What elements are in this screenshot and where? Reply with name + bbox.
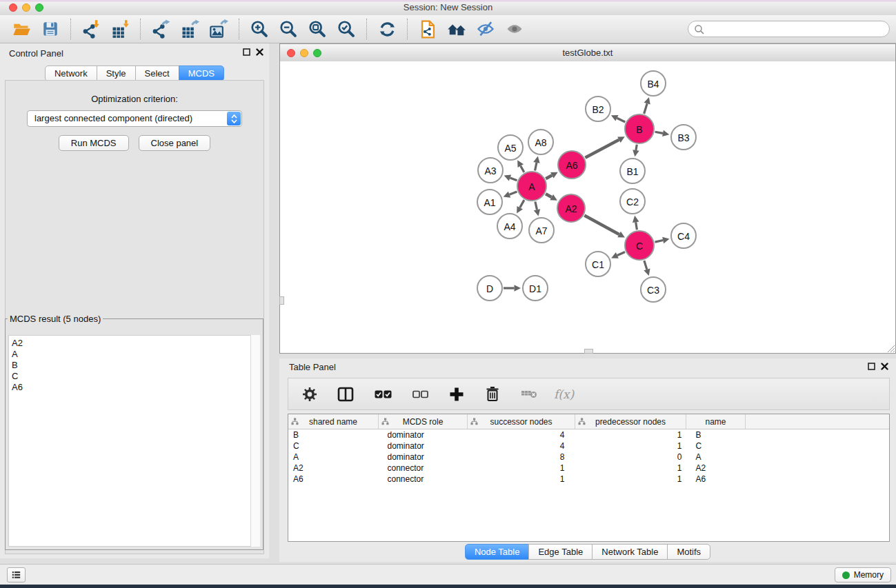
add-column-button[interactable]: [447, 383, 466, 406]
mcds-list-scrollbar[interactable]: [250, 335, 260, 547]
graph-node-B4[interactable]: B4: [641, 71, 666, 96]
deselect-all-button[interactable]: [410, 383, 430, 406]
table-row[interactable]: A6connector11A6: [288, 474, 889, 485]
table-cell[interactable]: 1: [575, 474, 686, 485]
network-canvas[interactable]: B4B2BB3A8A5A6A3B1AC2A1A2A4A7C4CC1C3DD1: [280, 61, 895, 353]
criterion-dropdown[interactable]: largest connected component (directed): [27, 110, 242, 127]
close-panel-icon[interactable]: [256, 48, 263, 56]
delete-column-button[interactable]: [484, 383, 501, 406]
graph-node-A3[interactable]: A3: [478, 158, 503, 183]
delete-table-button[interactable]: [519, 383, 539, 406]
function-builder-button[interactable]: f(x): [554, 387, 574, 401]
save-session-button[interactable]: [39, 17, 62, 41]
new-session-from-network-button[interactable]: [416, 17, 439, 41]
table-cell[interactable]: 1: [468, 463, 575, 474]
tab-mcds[interactable]: MCDS: [179, 65, 224, 81]
table-row[interactable]: Adominator80A: [288, 452, 889, 463]
export-network-button[interactable]: [149, 17, 172, 41]
graph-node-A5[interactable]: A5: [498, 135, 523, 160]
table-cell[interactable]: dominator: [379, 440, 468, 452]
close-panel-button[interactable]: Close panel: [139, 135, 211, 151]
table-cell[interactable]: 1: [575, 463, 686, 474]
graph-node-C3[interactable]: C3: [641, 277, 666, 302]
table-cell[interactable]: C: [288, 440, 379, 452]
show-panels-button[interactable]: [503, 17, 526, 41]
zoom-selected-button[interactable]: [335, 17, 358, 41]
open-session-button[interactable]: [10, 17, 33, 41]
mcds-result-item[interactable]: A2: [9, 338, 259, 349]
column-header-shared-name[interactable]: shared name: [288, 414, 379, 429]
graph-node-B[interactable]: B: [625, 114, 654, 143]
task-history-button[interactable]: [7, 567, 26, 582]
mcds-result-item[interactable]: A6: [9, 382, 259, 393]
graph-node-A8[interactable]: A8: [528, 130, 553, 154]
table-cell[interactable]: 1: [468, 474, 575, 485]
graph-node-A1[interactable]: A1: [477, 190, 502, 214]
float-panel-icon[interactable]: [868, 363, 875, 370]
graph-node-A2[interactable]: A2: [557, 194, 585, 222]
graph-node-A[interactable]: A: [517, 172, 546, 201]
table-cell[interactable]: A2: [288, 463, 379, 474]
table-cell[interactable]: A2: [686, 463, 746, 474]
show-columns-button[interactable]: [336, 383, 355, 406]
graph-node-B3[interactable]: B3: [671, 125, 696, 150]
mcds-result-item[interactable]: C: [9, 371, 259, 382]
tab-network[interactable]: Network: [45, 65, 97, 81]
zoom-out-button[interactable]: [277, 17, 300, 41]
table-cell[interactable]: connector: [379, 463, 468, 474]
float-panel-icon[interactable]: [243, 48, 250, 56]
table-cell[interactable]: dominator: [379, 429, 468, 441]
mcds-result-item[interactable]: B: [9, 360, 259, 371]
table-cell[interactable]: B: [686, 429, 746, 441]
table-cell[interactable]: 1: [575, 429, 686, 441]
table-cell[interactable]: C: [686, 440, 746, 452]
graph-node-D[interactable]: D: [477, 276, 502, 301]
tab-edge-table[interactable]: Edge Table: [528, 544, 593, 560]
graph-node-C1[interactable]: C1: [586, 252, 610, 276]
tab-select[interactable]: Select: [135, 65, 179, 81]
table-cell[interactable]: 8: [468, 452, 575, 463]
table-cell[interactable]: dominator: [379, 452, 468, 463]
refresh-view-button[interactable]: [375, 17, 399, 41]
splitter-grip-bottom[interactable]: [584, 349, 593, 354]
table-cell[interactable]: A: [288, 452, 379, 463]
column-header-successor-nodes[interactable]: successor nodes: [468, 414, 575, 429]
hide-panels-button[interactable]: [474, 17, 497, 41]
export-table-button[interactable]: [178, 17, 201, 41]
table-cell[interactable]: B: [288, 429, 379, 441]
zoom-fit-button[interactable]: [306, 17, 329, 41]
table-cell[interactable]: A: [686, 452, 746, 463]
column-header-name[interactable]: name: [686, 414, 746, 429]
run-mcds-button[interactable]: Run MCDS: [59, 135, 129, 151]
resize-corner-icon[interactable]: [886, 344, 895, 353]
graph-node-A7[interactable]: A7: [529, 218, 554, 243]
graph-node-B2[interactable]: B2: [586, 97, 610, 121]
mcds-result-item[interactable]: A: [9, 349, 259, 360]
table-cell[interactable]: A6: [288, 474, 379, 485]
splitter-grip-left[interactable]: [279, 296, 284, 305]
graph-node-D1[interactable]: D1: [523, 276, 548, 301]
column-header-mcds-role[interactable]: MCDS role: [379, 414, 468, 429]
import-network-button[interactable]: [79, 17, 103, 41]
tab-node-table[interactable]: Node Table: [465, 544, 530, 560]
import-table-button[interactable]: [108, 17, 132, 41]
select-all-button[interactable]: [372, 383, 393, 406]
table-cell[interactable]: A6: [686, 474, 746, 485]
zoom-in-button[interactable]: [248, 17, 271, 41]
table-cell[interactable]: 1: [575, 440, 686, 452]
export-image-button[interactable]: [207, 17, 230, 41]
memory-button[interactable]: Memory: [835, 567, 891, 582]
tab-network-table[interactable]: Network Table: [592, 544, 668, 560]
table-settings-button[interactable]: [301, 383, 319, 406]
homes-button[interactable]: [445, 17, 468, 41]
graph-node-C4[interactable]: C4: [671, 223, 696, 248]
graph-node-A4[interactable]: A4: [497, 214, 522, 239]
table-row[interactable]: Cdominator41C: [288, 440, 889, 452]
search-input[interactable]: [708, 22, 886, 37]
table-cell[interactable]: 4: [468, 429, 575, 441]
table-cell[interactable]: 0: [575, 452, 686, 463]
table-cell[interactable]: 4: [468, 440, 575, 452]
close-panel-icon[interactable]: [881, 363, 888, 370]
graph-node-C[interactable]: C: [625, 231, 654, 260]
graph-node-A6[interactable]: A6: [558, 151, 586, 179]
